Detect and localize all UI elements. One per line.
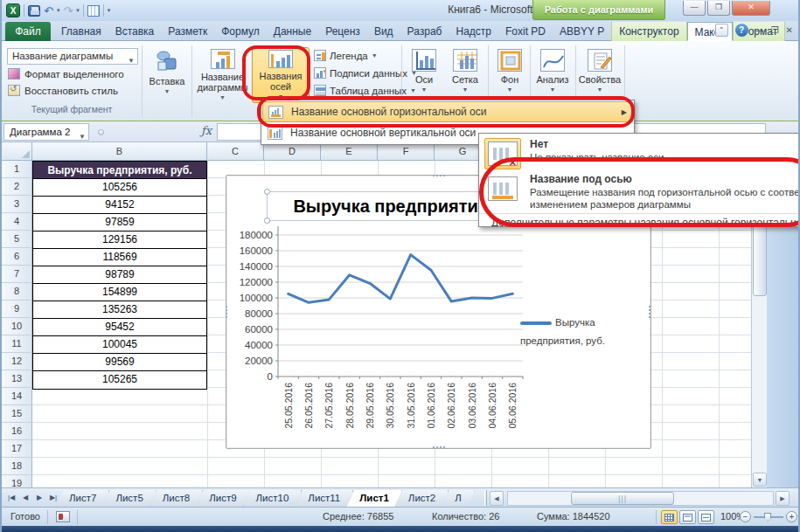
hscroll-right-icon[interactable]: ▶ (776, 491, 790, 506)
table-header-cell[interactable]: Выручка предприятия, руб. (33, 162, 206, 179)
sheet-tab[interactable]: Лист5 (102, 490, 156, 508)
window-restore-icon[interactable]: ❐ (771, 25, 779, 35)
axes-button[interactable]: Оси ▼ (406, 47, 442, 103)
sheet-tab[interactable]: Лист8 (150, 490, 203, 508)
sheet-tab[interactable]: Лист7 (56, 490, 109, 508)
tab-file[interactable]: Файл (5, 22, 51, 41)
insert-button[interactable]: Вставка ▼ (145, 47, 189, 103)
properties-button[interactable]: Свойства ▼ (578, 47, 622, 103)
table-cell[interactable]: 98789 (33, 266, 206, 284)
macro-record-icon[interactable] (56, 511, 70, 522)
table-cell[interactable]: 100045 (33, 336, 206, 354)
row-header[interactable]: 19 (2, 475, 32, 487)
column-header[interactable]: D (264, 142, 321, 161)
sheet-tab[interactable]: Лист11 (295, 490, 353, 508)
chart-title-button[interactable]: Название диаграммы ▼ (195, 47, 250, 103)
ribbon-tab[interactable]: Надстр (449, 22, 498, 41)
column-header[interactable]: B (32, 142, 207, 161)
insert-function-button[interactable]: ƒx (201, 124, 212, 137)
sheet-tab[interactable]: Лист1 (346, 490, 402, 508)
ribbon-tab[interactable]: Данные (267, 22, 318, 41)
row-header[interactable]: 14 (2, 388, 32, 405)
name-box[interactable]: Диаграмма 2 ▼ (3, 123, 89, 141)
sheet-tab[interactable]: Лист9 (196, 490, 249, 508)
data-table[interactable]: Выручка предприятия, руб. 10525694152978… (32, 161, 207, 390)
table-cell[interactable]: 105265 (33, 371, 206, 389)
ribbon-tab[interactable]: Вид (367, 22, 400, 41)
row-header[interactable]: 17 (2, 440, 32, 458)
table-cell[interactable]: 129156 (33, 231, 206, 249)
zoom-out-icon[interactable]: − (740, 511, 751, 522)
sheet-tab[interactable]: Лист2 (395, 490, 449, 508)
table-cell[interactable]: 97859 (33, 214, 206, 231)
row-header[interactable]: 7 (2, 266, 32, 283)
row-header[interactable]: 8 (2, 283, 32, 301)
row-header[interactable]: 15 (2, 405, 32, 423)
submenu-more-options[interactable]: Дополнительные параметры названия основн… (479, 213, 800, 227)
ribbon-tab[interactable]: Реценз (318, 22, 367, 41)
axis-titles-button[interactable]: Названия осей ▼ (252, 47, 310, 103)
table-cell[interactable]: 95452 (33, 319, 206, 336)
row-header[interactable]: 16 (2, 423, 32, 440)
page-layout-view-button[interactable] (679, 510, 696, 524)
collapse-ribbon-icon[interactable]: ⌃ (715, 24, 728, 37)
row-header[interactable]: 6 (2, 248, 32, 266)
ribbon-tab[interactable]: Foxit PD (498, 22, 553, 41)
row-header[interactable]: 3 (2, 196, 32, 213)
ribbon-tab[interactable]: Вставка (108, 22, 162, 41)
zoom-slider[interactable] (754, 516, 783, 518)
minimize-button[interactable]: — (683, 1, 706, 16)
reset-style-button[interactable]: Восстановить стиль (8, 85, 118, 96)
legend-button[interactable]: Легенда▼ (314, 50, 378, 61)
ribbon-tab[interactable]: ABBYY P (553, 22, 611, 41)
ribbon-tab[interactable]: Разраб (400, 22, 449, 41)
select-all-corner[interactable] (2, 142, 32, 161)
chart-elements-combo[interactable]: Название диаграммы ▼ (7, 48, 138, 65)
sheet-tab[interactable]: Лист10 (243, 490, 303, 508)
ribbon-tab[interactable]: Формул (214, 22, 267, 41)
name-box-resize-handle[interactable] (98, 129, 104, 135)
window-close-icon[interactable]: ✕ (786, 25, 793, 35)
ribbon-tab[interactable]: Главная (54, 22, 108, 41)
row-header[interactable]: 12 (2, 353, 32, 370)
menu-item-horizontal-axis-title[interactable]: Название основной горизонтальной оси ▶ (262, 101, 633, 122)
ribbon-tab[interactable]: Разметк (161, 22, 214, 41)
row-header[interactable]: 11 (2, 335, 32, 353)
close-button[interactable]: ✕ (732, 1, 770, 16)
help-icon[interactable]: ? (735, 24, 748, 37)
hscroll-left-icon[interactable]: ◀ (490, 491, 504, 506)
submenu-option-title-below-axis[interactable]: Название под осью Размещение названия по… (479, 171, 800, 212)
window-minimize-icon[interactable]: — (755, 25, 764, 35)
scroll-down-icon[interactable]: ▼ (753, 473, 767, 487)
table-cell[interactable]: 118569 (33, 249, 206, 266)
row-header[interactable]: 9 (2, 301, 32, 318)
horizontal-scroll-thumb[interactable]: ||| (571, 492, 674, 505)
submenu-option-none[interactable]: ✕ Нет Не показывать название оси (479, 136, 800, 171)
column-header[interactable]: C (207, 142, 264, 161)
maximize-button[interactable]: ❐ (707, 1, 730, 16)
chart-legend[interactable]: Выручка предприятия, руб. (520, 314, 636, 350)
ribbon-tab[interactable]: Конструктор (611, 22, 686, 41)
normal-view-button[interactable] (661, 510, 678, 524)
column-header[interactable]: E (321, 142, 378, 161)
row-header[interactable]: 1 (2, 161, 32, 178)
table-cell[interactable]: 99569 (33, 354, 206, 371)
prev-sheet-icon[interactable]: ◀ (19, 491, 31, 505)
format-selection-button[interactable]: Формат выделенного (8, 68, 124, 79)
table-cell[interactable]: 154899 (33, 284, 206, 301)
page-break-view-button[interactable] (698, 510, 714, 524)
next-sheet-icon[interactable]: ▶ (33, 491, 45, 505)
row-header[interactable]: 13 (2, 370, 32, 388)
horizontal-scrollbar[interactable]: ||| (507, 491, 774, 506)
background-button[interactable]: Фон ▼ (491, 47, 528, 103)
zoom-in-icon[interactable]: + (786, 511, 797, 522)
row-header[interactable]: 5 (2, 231, 32, 248)
gridlines-button[interactable]: Сетка ▼ (445, 47, 485, 103)
column-header[interactable]: F (378, 142, 435, 161)
analysis-button[interactable]: Анализ ▼ (532, 47, 573, 103)
table-cell[interactable]: 135263 (33, 301, 206, 319)
row-header[interactable]: 2 (2, 178, 32, 196)
row-header[interactable]: 18 (2, 458, 32, 475)
tab-split-handle[interactable] (484, 490, 487, 506)
first-sheet-icon[interactable]: |◀ (5, 491, 17, 505)
